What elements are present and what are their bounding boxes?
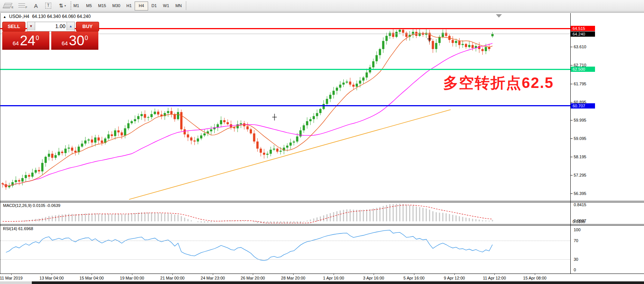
cross-marker[interactable] xyxy=(272,114,277,120)
time-axis-label: 28 Mar 20:00 xyxy=(276,276,310,280)
price-tick-mark xyxy=(570,193,573,194)
time-tick-mark xyxy=(172,274,173,275)
rsi-axis-70: 70 xyxy=(574,238,578,243)
candles xyxy=(1,28,494,190)
rsi-label: RSI(14) 61.6968 xyxy=(3,226,33,231)
price-tick-mark xyxy=(570,120,573,120)
ma-slow-line xyxy=(3,43,493,186)
macd-axis-max: 0.8415 xyxy=(574,202,586,207)
price-tick-label: 63.610 xyxy=(574,45,586,49)
rsi-level-70-line xyxy=(0,241,570,241)
time-tick-mark xyxy=(293,274,294,275)
rsi-axis-100: 100 xyxy=(574,227,580,232)
time-tick-mark xyxy=(253,274,253,275)
rsi-axis-30: 30 xyxy=(574,257,578,262)
price-tick-mark xyxy=(570,138,573,139)
time-tick-mark xyxy=(92,274,92,275)
buy-price-display[interactable]: 64 30 0 xyxy=(51,31,98,50)
macd-histogram xyxy=(6,204,493,223)
time-axis-label: 5 Apr 16:00 xyxy=(397,276,431,280)
volume-increase-button[interactable]: ▲ xyxy=(67,22,74,30)
bid-pips: 24 xyxy=(20,33,35,49)
cross-marker[interactable] xyxy=(427,36,432,42)
macd-signal-line xyxy=(3,205,493,223)
time-tick-mark xyxy=(213,274,213,275)
ask-big-figure: 64 xyxy=(62,40,68,46)
long-term-trendline[interactable] xyxy=(129,110,451,199)
price-tick-label: 60.895 xyxy=(574,100,586,105)
bid-pipette: 0 xyxy=(36,35,39,42)
panel-separator[interactable] xyxy=(0,202,644,202)
time-axis-label: 1 Apr 16:00 xyxy=(316,276,351,280)
volume-input[interactable]: 1.00 xyxy=(36,22,65,30)
time-tick-mark xyxy=(494,274,495,275)
panel-separator[interactable] xyxy=(0,201,644,201)
price-tick-label: 59.095 xyxy=(574,136,586,141)
rsi-line xyxy=(6,230,493,260)
time-axis-label: 11 Mar 2019 xyxy=(0,276,28,280)
scroll-to-end-marker-icon[interactable] xyxy=(496,14,502,18)
panel-separator[interactable] xyxy=(0,224,644,225)
sell-price-display[interactable]: 64 24 0 xyxy=(2,31,49,50)
time-tick-mark xyxy=(11,274,12,275)
time-axis-label: 15 Apr 08:00 xyxy=(518,276,552,280)
volume-decrease-button[interactable]: ▼ xyxy=(27,22,35,30)
time-tick-mark xyxy=(132,274,132,275)
time-axis-label: 3 Apr 16:00 xyxy=(356,276,391,280)
time-axis-label: 21 Mar 00:00 xyxy=(155,276,190,280)
volume-box: ▼ 1.00 ▲ xyxy=(27,22,75,31)
rsi-level-30-line xyxy=(0,259,570,260)
rsi-axis-0: 0 xyxy=(574,268,576,272)
ask-pips: 30 xyxy=(69,33,84,49)
support-hline-60707[interactable] xyxy=(0,105,570,106)
price-tick-mark xyxy=(570,102,573,103)
price-tick-label: 61.795 xyxy=(574,82,586,86)
pivot-hline-62500[interactable] xyxy=(0,69,570,70)
panel-separator[interactable] xyxy=(0,225,644,226)
time-axis-line xyxy=(0,274,644,274)
time-axis-label: 24 Mar 23:00 xyxy=(196,276,230,280)
time-tick-mark xyxy=(535,274,535,275)
price-tick-mark xyxy=(570,47,573,47)
mt4-chart-window: E F A T ⇅ ▾ M1M5M15M30H1H4D1W1MN ▲ USOil… xyxy=(0,0,644,284)
time-axis-label: 26 Mar 20:00 xyxy=(236,276,270,280)
hline-price-badge-red: 64.515 xyxy=(571,26,595,31)
price-tick-mark xyxy=(570,157,573,157)
time-tick-mark xyxy=(52,274,52,275)
macd-label: MACD(12,26,9) 0.0105 -0.0639 xyxy=(3,203,60,208)
time-tick-mark xyxy=(334,274,334,275)
time-tick-mark xyxy=(374,274,374,275)
chinese-annotation: 多空转折点62.5 xyxy=(443,73,554,93)
ask-pipette: 0 xyxy=(85,35,88,42)
time-tick-mark xyxy=(414,274,414,275)
time-axis-label: 9 Apr 12:00 xyxy=(437,276,472,280)
sell-button[interactable]: SELL xyxy=(2,22,25,31)
time-tick-mark xyxy=(454,274,455,275)
time-axis-label: 15 Mar 04:00 xyxy=(74,276,109,280)
price-tick-label: 56.395 xyxy=(574,191,586,196)
price-tick-label: 62.710 xyxy=(574,63,586,68)
time-axis-label: 13 Mar 04:00 xyxy=(34,276,69,280)
price-tick-label: 57.295 xyxy=(574,173,586,178)
bid-big-figure: 64 xyxy=(13,40,19,46)
price-tick-mark xyxy=(570,175,573,175)
price-tick-mark xyxy=(570,65,573,65)
ma-fast-line xyxy=(3,33,493,186)
current-price-badge: 64.240 xyxy=(571,31,595,37)
price-tick-mark xyxy=(570,84,573,84)
price-tick-label: 59.995 xyxy=(574,118,586,123)
buy-button[interactable]: BUY xyxy=(76,22,99,31)
time-axis-label: 11 Apr 12:00 xyxy=(477,276,512,280)
time-axis-label: 19 Mar 00:00 xyxy=(115,276,149,280)
one-click-trading-panel: SELL ▼ 1.00 ▲ BUY 64 24 0 64 30 0 xyxy=(2,21,98,50)
horizontal-scrollbar-thumb[interactable] xyxy=(32,281,644,284)
macd-axis-bottom-b: 0.0105 xyxy=(573,219,585,224)
price-tick-label: 58.195 xyxy=(574,155,586,159)
